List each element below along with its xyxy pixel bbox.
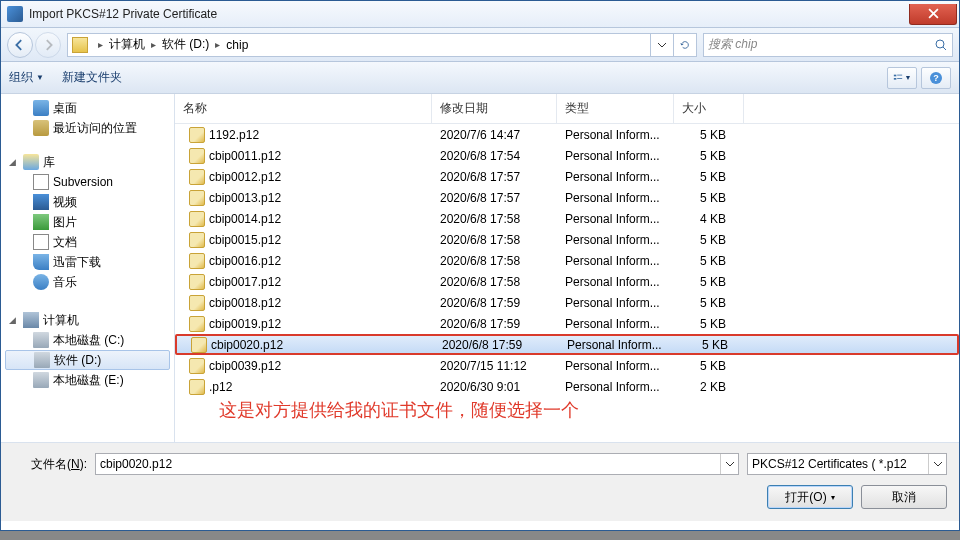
file-row[interactable]: cbip0019.p122020/6/8 17:59Personal Infor… xyxy=(175,313,959,334)
download-icon xyxy=(33,254,49,270)
close-icon xyxy=(928,8,939,19)
address-dropdown-button[interactable] xyxy=(651,34,673,56)
sidebar-libraries[interactable]: ◢库 xyxy=(1,152,174,172)
expander-icon[interactable]: ◢ xyxy=(9,315,16,325)
refresh-button[interactable] xyxy=(673,34,696,56)
titlebar[interactable]: Import PKCS#12 Private Certificate xyxy=(1,1,959,28)
sidebar-computer[interactable]: ◢计算机 xyxy=(1,310,174,330)
column-headers[interactable]: 名称 修改日期 类型 大小 xyxy=(175,94,959,124)
file-row[interactable]: cbip0012.p122020/6/8 17:57Personal Infor… xyxy=(175,166,959,187)
file-date: 2020/6/8 17:59 xyxy=(432,317,557,331)
expander-icon[interactable]: ◢ xyxy=(9,157,16,167)
bottom-panel: 文件名(N): cbip0020.p12 PKCS#12 Certificate… xyxy=(1,442,959,521)
file-row[interactable]: cbip0011.p122020/6/8 17:54Personal Infor… xyxy=(175,145,959,166)
sidebar-drive-d[interactable]: 软件 (D:) xyxy=(5,350,170,370)
certificate-icon xyxy=(189,169,205,185)
file-name: cbip0013.p12 xyxy=(209,191,281,205)
sidebar-desktop[interactable]: 桌面 xyxy=(1,98,174,118)
filter-select[interactable]: PKCS#12 Certificates ( *.p12 xyxy=(747,453,947,475)
file-size: 5 KB xyxy=(676,338,746,352)
file-row[interactable]: cbip0015.p122020/6/8 17:58Personal Infor… xyxy=(175,229,959,250)
file-type: Personal Inform... xyxy=(557,128,674,142)
certificate-icon xyxy=(189,274,205,290)
computer-icon xyxy=(23,312,39,328)
arrow-left-icon xyxy=(14,39,26,51)
sidebar-pictures[interactable]: 图片 xyxy=(1,212,174,232)
nav-back-button[interactable] xyxy=(7,32,33,58)
filename-input[interactable]: cbip0020.p12 xyxy=(95,453,739,475)
chevron-down-icon: ▼ xyxy=(36,73,44,82)
filename-dropdown[interactable] xyxy=(720,454,738,474)
file-size: 5 KB xyxy=(674,191,744,205)
file-date: 2020/7/6 14:47 xyxy=(432,128,557,142)
file-type: Personal Inform... xyxy=(557,212,674,226)
col-date[interactable]: 修改日期 xyxy=(432,94,557,123)
svg-rect-3 xyxy=(893,78,896,80)
sidebar-videos[interactable]: 视频 xyxy=(1,192,174,212)
sidebar-documents[interactable]: 文档 xyxy=(1,232,174,252)
folder-icon xyxy=(72,37,88,53)
file-row[interactable]: cbip0020.p122020/6/8 17:59Personal Infor… xyxy=(175,334,959,355)
file-name: cbip0019.p12 xyxy=(209,317,281,331)
sidebar-music[interactable]: 音乐 xyxy=(1,272,174,292)
certificate-icon xyxy=(189,127,205,143)
view-options-button[interactable]: ▼ xyxy=(887,67,917,89)
file-size: 5 KB xyxy=(674,317,744,331)
document-icon xyxy=(33,234,49,250)
file-row[interactable]: cbip0017.p122020/6/8 17:58Personal Infor… xyxy=(175,271,959,292)
col-name[interactable]: 名称 xyxy=(175,94,432,123)
certificate-icon xyxy=(189,295,205,311)
breadcrumb-folder[interactable]: chip xyxy=(226,38,248,52)
breadcrumb-root[interactable]: 计算机 xyxy=(109,36,145,53)
certificate-icon xyxy=(189,148,205,164)
file-type: Personal Inform... xyxy=(557,233,674,247)
file-size: 5 KB xyxy=(674,170,744,184)
sidebar-xunlei[interactable]: 迅雷下载 xyxy=(1,252,174,272)
sidebar-drive-c[interactable]: 本地磁盘 (C:) xyxy=(1,330,174,350)
close-button[interactable] xyxy=(909,4,957,25)
desktop-icon xyxy=(33,100,49,116)
help-icon: ? xyxy=(929,71,943,85)
col-size[interactable]: 大小 xyxy=(674,94,744,123)
breadcrumb-drive[interactable]: 软件 (D:) xyxy=(162,36,209,53)
certificate-icon xyxy=(191,337,207,353)
file-row[interactable]: cbip0039.p122020/7/15 11:12Personal Info… xyxy=(175,355,959,376)
file-date: 2020/6/8 17:58 xyxy=(432,233,557,247)
help-button[interactable]: ? xyxy=(921,67,951,89)
file-size: 2 KB xyxy=(674,380,744,394)
file-row[interactable]: cbip0018.p122020/6/8 17:59Personal Infor… xyxy=(175,292,959,313)
file-row[interactable]: 1192.p122020/7/6 14:47Personal Inform...… xyxy=(175,124,959,145)
arrow-right-icon xyxy=(42,39,54,51)
search-icon xyxy=(934,38,948,52)
address-bar[interactable]: ▸ 计算机 ▸ 软件 (D:) ▸ chip xyxy=(67,33,697,57)
file-type: Personal Inform... xyxy=(557,275,674,289)
chevron-right-icon: ▸ xyxy=(98,39,103,50)
file-row[interactable]: cbip0013.p122020/6/8 17:57Personal Infor… xyxy=(175,187,959,208)
cancel-button[interactable]: 取消 xyxy=(861,485,947,509)
file-size: 4 KB xyxy=(674,212,744,226)
search-input[interactable]: 搜索 chip xyxy=(703,33,953,57)
file-type: Personal Inform... xyxy=(559,338,676,352)
filename-label: 文件名(N): xyxy=(13,456,95,473)
new-folder-button[interactable]: 新建文件夹 xyxy=(62,69,122,86)
chevron-down-icon xyxy=(657,40,667,50)
file-type: Personal Inform... xyxy=(557,254,674,268)
filter-dropdown[interactable] xyxy=(928,454,946,474)
file-row[interactable]: cbip0014.p122020/6/8 17:58Personal Infor… xyxy=(175,208,959,229)
col-type[interactable]: 类型 xyxy=(557,94,674,123)
file-row[interactable]: cbip0016.p122020/6/8 17:58Personal Infor… xyxy=(175,250,959,271)
file-row[interactable]: .p122020/6/30 9:01Personal Inform...2 KB xyxy=(175,376,959,397)
file-date: 2020/6/30 9:01 xyxy=(432,380,557,394)
file-size: 5 KB xyxy=(674,128,744,142)
sidebar-drive-e[interactable]: 本地磁盘 (E:) xyxy=(1,370,174,390)
svg-text:?: ? xyxy=(933,73,939,83)
open-button[interactable]: 打开(O)▾ xyxy=(767,485,853,509)
organize-menu[interactable]: 组织▼ xyxy=(9,69,44,86)
file-name: cbip0020.p12 xyxy=(211,338,283,352)
nav-forward-button[interactable] xyxy=(35,32,61,58)
sidebar-recent[interactable]: 最近访问的位置 xyxy=(1,118,174,138)
svg-rect-2 xyxy=(897,74,902,75)
sidebar-subversion[interactable]: Subversion xyxy=(1,172,174,192)
music-icon xyxy=(33,274,49,290)
svg-rect-4 xyxy=(897,78,902,79)
